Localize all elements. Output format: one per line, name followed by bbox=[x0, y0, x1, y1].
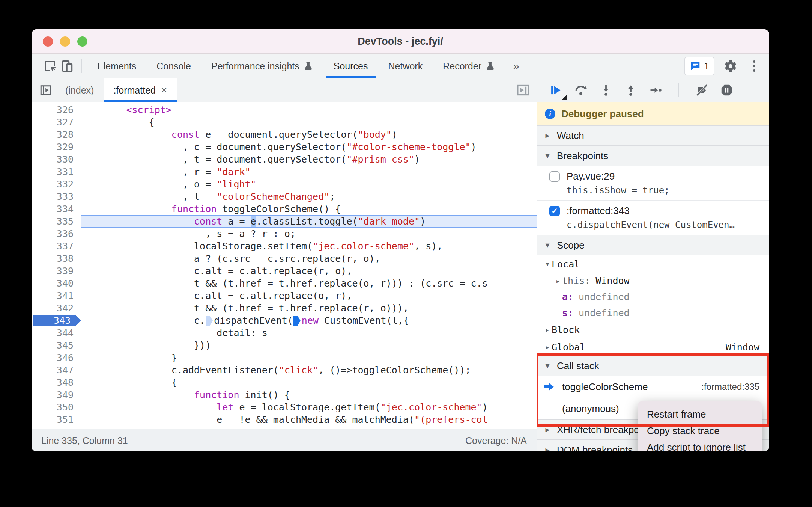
gutter-line-number[interactable]: 327 bbox=[32, 116, 81, 128]
gutter-line-number[interactable]: 348 bbox=[32, 376, 81, 389]
gutter-line-number[interactable]: 331 bbox=[32, 166, 81, 178]
tab-sources[interactable]: Sources bbox=[323, 54, 378, 78]
close-tab-icon[interactable]: × bbox=[161, 84, 167, 96]
code-text[interactable]: detail: s bbox=[81, 327, 537, 339]
navigator-toggle-icon[interactable] bbox=[39, 78, 53, 102]
code-text[interactable]: c.alt = c.alt.replace(r, o), bbox=[81, 265, 537, 277]
inspect-icon[interactable] bbox=[41, 57, 59, 75]
step-into-button[interactable] bbox=[599, 83, 613, 97]
gutter-line-number[interactable]: 339 bbox=[32, 265, 81, 277]
code-text[interactable]: , c = document.querySelector("#color-sch… bbox=[81, 141, 537, 153]
gutter-line-number[interactable]: 349 bbox=[32, 389, 81, 401]
section-call-stack[interactable]: ▾ Call stack bbox=[537, 356, 769, 376]
code-text[interactable]: { bbox=[81, 116, 537, 128]
resume-script-button[interactable] bbox=[549, 83, 563, 97]
pause-on-exceptions-button[interactable] bbox=[720, 83, 734, 97]
code-text[interactable]: localStorage.setItem("jec.color-scheme",… bbox=[81, 240, 537, 252]
code-text[interactable]: e = !e && matchMedia && matchMedia("(pre… bbox=[81, 413, 537, 426]
tab-label: Network bbox=[388, 61, 423, 72]
code-text[interactable]: function init() { bbox=[81, 389, 537, 401]
tab-elements[interactable]: Elements bbox=[87, 54, 146, 78]
gutter-line-number[interactable]: 337 bbox=[32, 240, 81, 252]
gutter-line-number[interactable]: 342 bbox=[32, 302, 81, 314]
code-text[interactable]: , l = "colorSchemeChanged"; bbox=[81, 190, 537, 203]
code-text[interactable]: t && (t.href = t.href.replace(o, r))) : … bbox=[81, 277, 537, 290]
code-text[interactable]: c.dispatchEvent(new CustomEvent(l,{ bbox=[81, 314, 537, 327]
gutter-line-number[interactable]: 340 bbox=[32, 277, 81, 290]
gutter-line-number[interactable]: 344 bbox=[32, 327, 81, 339]
step-out-button[interactable] bbox=[624, 83, 638, 97]
debugger-paused-banner: i Debugger paused bbox=[537, 102, 769, 125]
section-watch[interactable]: ▸ Watch bbox=[537, 125, 769, 146]
sidebar-toggle-right-icon[interactable] bbox=[516, 78, 531, 102]
code-line-335: 335 const a = e.classList.toggle("dark-m… bbox=[32, 215, 537, 228]
gutter-line-number[interactable]: 330 bbox=[32, 153, 81, 166]
continue-to-marker-filled-icon[interactable] bbox=[293, 316, 301, 326]
scope-group-block[interactable]: ▸Block bbox=[537, 321, 769, 338]
code-text[interactable]: , s = a ? r : o; bbox=[81, 228, 537, 240]
gutter-line-number[interactable]: 333 bbox=[32, 190, 81, 203]
code-text[interactable]: , r = "dark" bbox=[81, 166, 537, 178]
code-text[interactable]: c.addEventListener("click", ()=>toggleCo… bbox=[81, 364, 537, 376]
gutter-line-number[interactable]: 329 bbox=[32, 141, 81, 153]
code-text[interactable]: { bbox=[81, 376, 537, 389]
section-breakpoints[interactable]: ▾ Breakpoints bbox=[537, 146, 769, 166]
file-tab-index[interactable]: (index) bbox=[56, 78, 104, 102]
gutter-line-number[interactable]: 328 bbox=[32, 128, 81, 141]
settings-gear-icon[interactable] bbox=[722, 57, 739, 75]
customize-menu-icon[interactable] bbox=[747, 60, 762, 72]
tab-console[interactable]: Console bbox=[146, 54, 201, 78]
code-text[interactable]: c.alt = c.alt.replace(o, r), bbox=[81, 290, 537, 302]
scope-variable-value: Window bbox=[595, 275, 629, 286]
code-text[interactable]: a ? (c.src = c.src.replace(r, o), bbox=[81, 252, 537, 265]
continue-to-marker-outline-icon[interactable] bbox=[206, 316, 213, 326]
step-button[interactable] bbox=[648, 83, 663, 97]
gutter-line-number[interactable]: 326 bbox=[32, 104, 81, 116]
code-text[interactable]: t && (t.href = t.href.replace(r, o))), bbox=[81, 302, 537, 314]
gutter-line-number[interactable]: 338 bbox=[32, 252, 81, 265]
file-tab-formatted[interactable]: :formatted × bbox=[104, 78, 177, 102]
code-text[interactable]: const e = document.querySelector("body") bbox=[81, 128, 537, 141]
deactivate-breakpoints-button[interactable] bbox=[695, 83, 709, 97]
scope-group-local[interactable]: ▾Local bbox=[537, 255, 769, 273]
code-text[interactable]: } bbox=[81, 352, 537, 364]
gutter-line-number[interactable]: 347 bbox=[32, 364, 81, 376]
menu-item-add-script-to-ignore-list[interactable]: Add script to ignore list bbox=[638, 439, 762, 451]
section-scope[interactable]: ▾ Scope bbox=[537, 235, 769, 255]
gutter-line-number[interactable]: 351 bbox=[32, 413, 81, 426]
scope-variable[interactable]: ▸this:Window bbox=[537, 273, 769, 289]
code-text[interactable]: , t = document.querySelector("#prism-css… bbox=[81, 153, 537, 166]
code-text[interactable]: , o = "light" bbox=[81, 178, 537, 190]
breakpoint-arrow-marker[interactable]: 343 bbox=[33, 315, 81, 326]
gutter-line-number[interactable]: 334 bbox=[32, 203, 81, 215]
gutter-line-number[interactable]: 341 bbox=[32, 290, 81, 302]
menu-item-restart-frame[interactable]: Restart frame bbox=[638, 406, 762, 422]
breakpoint-checkbox[interactable]: ✓ bbox=[549, 206, 560, 216]
menu-item-copy-stack-trace[interactable]: Copy stack trace bbox=[638, 422, 762, 439]
tab-recorder[interactable]: Recorder bbox=[433, 54, 505, 78]
tab-performance-insights[interactable]: Performance insights bbox=[201, 54, 323, 78]
breakpoint-checkbox[interactable] bbox=[549, 171, 560, 182]
code-line-343: 343 c.dispatchEvent(new CustomEvent(l,{ bbox=[32, 314, 537, 327]
gutter-line-number[interactable]: 346 bbox=[32, 352, 81, 364]
gutter-line-number[interactable]: 335 bbox=[32, 215, 81, 228]
code-text[interactable]: <script> bbox=[81, 104, 537, 116]
code-text[interactable]: function toggleColorScheme() { bbox=[81, 203, 537, 215]
more-tabs-chevron[interactable]: » bbox=[505, 60, 527, 72]
code-editor[interactable]: 326 <script>327 {328 const e = document.… bbox=[32, 102, 537, 429]
device-toolbar-icon[interactable] bbox=[59, 57, 76, 75]
gutter-line-number[interactable]: 332 bbox=[32, 178, 81, 190]
code-text[interactable]: let e = localStorage.getItem("jec.color-… bbox=[81, 401, 537, 413]
code-text[interactable]: const a = e.classList.toggle("dark-mode"… bbox=[81, 215, 537, 228]
call-stack-frame[interactable]: toggleColorScheme:formatted:335 bbox=[537, 376, 769, 398]
gutter-line-number[interactable]: 343 bbox=[32, 314, 81, 327]
gutter-line-number[interactable]: 345 bbox=[32, 339, 81, 352]
scope-group-global[interactable]: ▸GlobalWindow bbox=[537, 338, 769, 356]
gutter-line-number[interactable]: 336 bbox=[32, 228, 81, 240]
breakpoints-list: Pay.vue:29this.isShow = true;✓:formatted… bbox=[537, 166, 769, 235]
tab-network[interactable]: Network bbox=[378, 54, 433, 78]
step-over-button[interactable] bbox=[573, 83, 588, 98]
code-text[interactable]: })) bbox=[81, 339, 537, 352]
console-messages-badge[interactable]: 1 bbox=[684, 57, 714, 75]
gutter-line-number[interactable]: 350 bbox=[32, 401, 81, 413]
